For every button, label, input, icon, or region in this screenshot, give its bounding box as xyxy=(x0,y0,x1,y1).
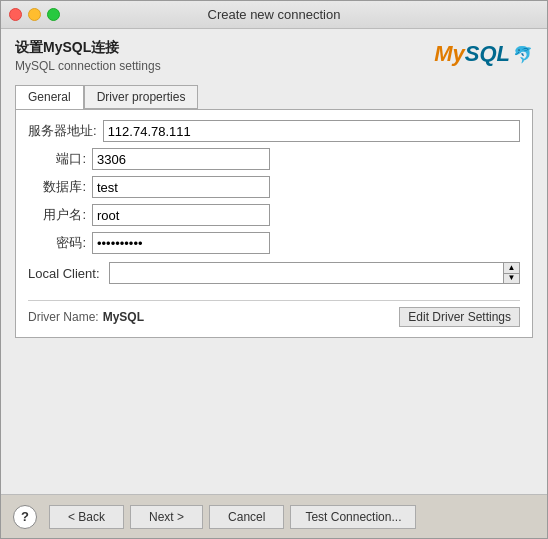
tabs-area: General Driver properties 服务器地址: 端口: 数据库… xyxy=(15,85,533,338)
password-row: 密码: xyxy=(28,232,520,254)
driver-name-value: MySQL xyxy=(103,310,144,324)
port-row: 端口: xyxy=(28,148,520,170)
form-panel: 服务器地址: 端口: 数据库: 用户名: xyxy=(15,109,533,338)
username-label: 用户名: xyxy=(28,206,86,224)
local-client-label: Local Client: xyxy=(28,266,103,281)
back-button[interactable]: < Back xyxy=(49,505,124,529)
tabs: General Driver properties xyxy=(15,85,533,109)
password-label: 密码: xyxy=(28,234,86,252)
server-address-row: 服务器地址: xyxy=(28,120,520,142)
logo-text: My xyxy=(434,41,465,67)
minimize-button[interactable] xyxy=(28,8,41,21)
window-title: Create new connection xyxy=(208,7,341,22)
header-left: 设置MySQL连接 MySQL connection settings xyxy=(15,39,161,73)
cancel-button[interactable]: Cancel xyxy=(209,505,284,529)
server-address-label: 服务器地址: xyxy=(28,122,97,140)
port-label: 端口: xyxy=(28,150,86,168)
content-area: 设置MySQL连接 MySQL connection settings My S… xyxy=(1,29,547,494)
password-input[interactable] xyxy=(92,232,270,254)
tab-driver-properties[interactable]: Driver properties xyxy=(84,85,199,109)
username-row: 用户名: xyxy=(28,204,520,226)
section-subtitle: MySQL connection settings xyxy=(15,59,161,73)
section-title: 设置MySQL连接 xyxy=(15,39,161,57)
close-button[interactable] xyxy=(9,8,22,21)
driver-row: Driver Name: MySQL Edit Driver Settings xyxy=(28,300,520,327)
main-window: Create new connection 设置MySQL连接 MySQL co… xyxy=(0,0,548,539)
test-connection-button[interactable]: Test Connection... xyxy=(290,505,416,529)
window-controls xyxy=(9,8,60,21)
database-row: 数据库: xyxy=(28,176,520,198)
bottom-bar: ? < Back Next > Cancel Test Connection..… xyxy=(1,494,547,538)
port-input[interactable] xyxy=(92,148,270,170)
edit-driver-settings-button[interactable]: Edit Driver Settings xyxy=(399,307,520,327)
local-client-input[interactable] xyxy=(110,263,503,283)
driver-name-section: Driver Name: MySQL xyxy=(28,310,144,324)
next-button[interactable]: Next > xyxy=(130,505,203,529)
database-input[interactable] xyxy=(92,176,270,198)
spinner-up-button[interactable]: ▲ xyxy=(504,263,519,274)
titlebar: Create new connection xyxy=(1,1,547,29)
driver-name-label: Driver Name: xyxy=(28,310,99,324)
logo-dolphin-icon: 🐬 xyxy=(513,45,533,64)
local-client-wrap: ▲ ▼ xyxy=(109,262,520,284)
help-button[interactable]: ? xyxy=(13,505,37,529)
tab-general[interactable]: General xyxy=(15,85,84,109)
username-input[interactable] xyxy=(92,204,270,226)
header-row: 设置MySQL连接 MySQL connection settings My S… xyxy=(15,39,533,73)
server-address-input[interactable] xyxy=(103,120,520,142)
maximize-button[interactable] xyxy=(47,8,60,21)
spinner-down-button[interactable]: ▼ xyxy=(504,274,519,284)
local-client-row: Local Client: ▲ ▼ xyxy=(28,262,520,284)
mysql-logo: My SQL 🐬 xyxy=(434,41,533,67)
spinner-buttons: ▲ ▼ xyxy=(503,263,519,283)
database-label: 数据库: xyxy=(28,178,86,196)
logo-text-2: SQL xyxy=(465,41,510,67)
